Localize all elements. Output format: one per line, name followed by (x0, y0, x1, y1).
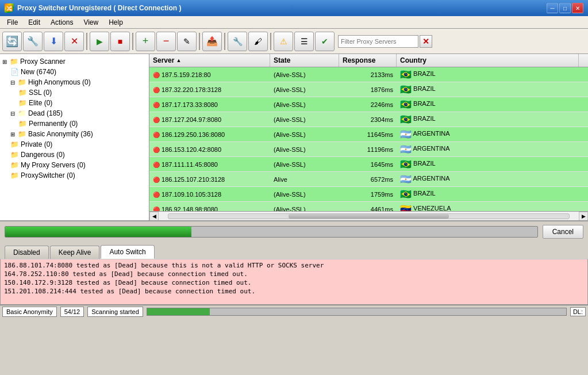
tree-item-private[interactable]: 📁 Private (0) (0, 139, 149, 150)
toolbar-separator-3 (199, 33, 200, 50)
folder-icon: 📁 (10, 161, 19, 169)
table-body: 🔴 187.5.159.218:80(Alive-SSL)2133ms🇧🇷 BR… (149, 67, 588, 211)
table-row[interactable]: 🔴 187.17.173.33:8080(Alive-SSL)2246ms🇧🇷 … (149, 97, 588, 112)
log-area: 186.88.101.74:8080 tested as [Dead] beca… (0, 259, 588, 305)
add-button[interactable]: + (136, 32, 155, 51)
cell-country: 🇧🇷 BRAZIL (397, 112, 588, 127)
tab-keep-alive[interactable]: Keep Alive (50, 246, 100, 259)
cell-country: 🇦🇷 ARGENTINA (397, 127, 588, 141)
list-button[interactable]: ☰ (294, 32, 314, 51)
status-message: Scanning started (87, 307, 143, 317)
table-row[interactable]: 🔴 187.127.204.97:8080(Alive-SSL)2304ms🇧🇷… (149, 112, 588, 127)
cell-state: (Alive-SSL) (270, 70, 339, 80)
cell-server: 🔴 186.92.148.98:8080 (149, 204, 270, 212)
column-state[interactable]: State (270, 54, 339, 67)
cell-response: 1645ms (339, 159, 397, 170)
hscroll-right[interactable]: ▶ (579, 212, 588, 221)
cell-server: 🔴 186.129.250.136:8080 (149, 129, 270, 140)
check-button[interactable]: ✔ (315, 32, 335, 51)
table-row[interactable]: 🔴 186.153.120.42:8080(Alive-SSL)11196ms🇦… (149, 142, 588, 157)
cancel-button[interactable]: Cancel (543, 225, 583, 239)
proxy-icon: 🔴 (153, 132, 160, 138)
menu-edit[interactable]: Edit (24, 17, 45, 28)
tools-button[interactable]: 🔧 (228, 32, 247, 51)
edit-button[interactable]: ✎ (177, 32, 197, 51)
export-button[interactable]: 📤 (202, 32, 222, 51)
tree-panel: ⊞📁 Proxy Scanner📄 New (6740)⊟📁 High Anon… (0, 54, 149, 220)
menu-file[interactable]: File (2, 17, 22, 28)
table-row[interactable]: 🔴 187.111.11.45:8080(Alive-SSL)1645ms🇧🇷 … (149, 157, 588, 172)
cell-state: Alive (270, 174, 339, 185)
toolbar-separator-1 (86, 33, 87, 50)
tree-item-label: Permanently (0) (29, 120, 78, 128)
proxy-icon: 🔴 (153, 87, 160, 93)
cell-state: (Alive-SSL) (270, 189, 339, 200)
tree-item-label: Elite (0) (29, 99, 52, 107)
title-bar: 🔀 Proxy Switcher Unregistered ( Direct C… (0, 0, 588, 16)
table-row[interactable]: 🔴 186.125.107.210:3128Alive6572ms🇦🇷 ARGE… (149, 172, 588, 187)
tree-item-label: My Proxy Servers (0) (21, 161, 86, 169)
proxy-icon: 🔴 (153, 102, 160, 108)
scan-button[interactable]: 🔧 (23, 32, 43, 51)
menu-view[interactable]: View (79, 17, 103, 28)
cell-state: (Alive-SSL) (270, 114, 339, 125)
table-row[interactable]: 🔴 187.109.10.105:3128(Alive-SSL)1759ms🇧🇷… (149, 187, 588, 202)
column-country[interactable]: Country (397, 54, 579, 67)
status-count: 54/12 (60, 307, 84, 317)
filter-clear-button[interactable]: ✕ (420, 35, 432, 48)
tree-item-permanently[interactable]: 📁 Permanently (0) (0, 118, 149, 129)
tree-item-ssl[interactable]: 📁 SSL (0) (0, 87, 149, 98)
tab-auto-switch[interactable]: Auto Switch (101, 245, 154, 259)
tree-item-dead[interactable]: ⊟📁 Dead (185) (0, 108, 149, 118)
table-row[interactable]: 🔴 187.32.220.178:3128(Alive-SSL)1876ms🇧🇷… (149, 82, 588, 97)
tree-item-elite[interactable]: 📁 Elite (0) (0, 98, 149, 108)
tree-item-basic-anonymity[interactable]: ⊞📁 Basic Anonymity (36) (0, 129, 149, 139)
h-scrollbar[interactable]: ◀ ▶ (149, 211, 588, 220)
toolbar: 🔄 🔧 ⬇ ✕ ▶ ■ + − ✎ 📤 🔧 🖌 ⚠ ☰ ✔ (0, 29, 588, 54)
cell-country: 🇦🇷 ARGENTINA (397, 172, 588, 186)
hscroll-thumb (289, 214, 449, 219)
cell-response: 2246ms (339, 100, 397, 110)
progress-bar-fill (5, 227, 191, 237)
back-button[interactable]: 🔄 (2, 32, 22, 51)
hscroll-left[interactable]: ◀ (149, 212, 159, 221)
table-row[interactable]: 🔴 187.5.159.218:80(Alive-SSL)2133ms🇧🇷 BR… (149, 67, 588, 82)
tree-item-label: Dangerous (0) (21, 151, 65, 159)
menu-actions[interactable]: Actions (46, 17, 78, 28)
options-button[interactable]: 🖌 (248, 32, 268, 51)
close-button[interactable]: ✕ (572, 3, 583, 13)
play-button[interactable]: ▶ (90, 32, 109, 51)
tree-item-proxy-scanner[interactable]: ⊞📁 Proxy Scanner (0, 56, 149, 67)
stop-button[interactable]: ■ (110, 32, 130, 51)
warning-button[interactable]: ⚠ (274, 32, 293, 51)
tree-item-proxyswitcher[interactable]: 📁 ProxySwitcher (0) (0, 170, 149, 181)
tab-disabled[interactable]: Disabled (5, 246, 49, 259)
toolbar-separator-5 (270, 33, 271, 50)
hscroll-track[interactable] (168, 213, 570, 219)
tree-item-high-anonymous[interactable]: ⊟📁 High Anonymous (0) (0, 77, 149, 87)
cell-state: (Alive-SSL) (270, 144, 339, 155)
flag-icon: 🇦🇷 (400, 144, 412, 154)
cell-country: 🇻🇪 VENEZUELA (397, 202, 588, 211)
import-button[interactable]: ⬇ (44, 32, 63, 51)
folder-icon: 📁 (10, 140, 19, 148)
maximize-button[interactable]: □ (559, 3, 571, 13)
column-response[interactable]: Response (339, 54, 397, 67)
table-row[interactable]: 🔴 186.129.250.136:8080(Alive-SSL)11645ms… (149, 127, 588, 142)
tree-item-my-proxy[interactable]: 📁 My Proxy Servers (0) (0, 160, 149, 170)
cell-state: (Alive-SSL) (270, 129, 339, 140)
column-server[interactable]: Server ▲ (149, 54, 270, 67)
menu-help[interactable]: Help (104, 17, 128, 28)
minimize-button[interactable]: ─ (547, 3, 558, 13)
toolbar-separator-4 (224, 33, 225, 50)
remove-button[interactable]: − (156, 32, 176, 51)
cell-country: 🇧🇷 BRAZIL (397, 82, 588, 97)
flag-icon: 🇻🇪 (400, 204, 412, 211)
table-row[interactable]: 🔴 186.92.148.98:8080(Alive-SSL)4461ms🇻🇪 … (149, 202, 588, 211)
tree-item-new[interactable]: 📄 New (6740) (0, 67, 149, 77)
filter-box: ✕ (338, 35, 432, 48)
tree-item-dangerous[interactable]: 📁 Dangerous (0) (0, 150, 149, 160)
flag-icon: 🇧🇷 (400, 159, 412, 169)
filter-input[interactable] (338, 35, 418, 48)
delete-button[interactable]: ✕ (64, 32, 84, 51)
